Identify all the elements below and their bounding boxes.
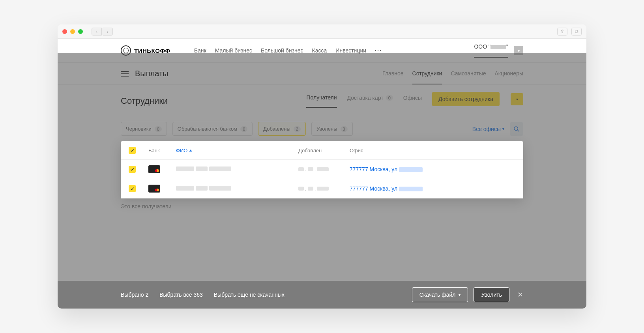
nav-buttons: ‹ ›: [92, 28, 113, 36]
table-row[interactable]: .. 777777 Москва, ул: [121, 179, 523, 198]
account-name-redacted: [490, 45, 506, 49]
tabs-icon[interactable]: ⧉: [571, 28, 582, 36]
browser-window: ‹ › ⇪ ⧉ ТИНЬКОФФ Банк Малый бизнес Больш…: [58, 24, 586, 309]
titlebar: ‹ › ⇪ ⧉: [58, 24, 586, 39]
date-redacted: ..: [298, 166, 346, 172]
account-suffix: ": [506, 43, 508, 50]
back-button[interactable]: ‹: [92, 28, 102, 36]
date-redacted: ..: [298, 186, 346, 192]
close-actionbar-icon[interactable]: ✕: [517, 290, 523, 299]
table-header: Банк ФИО Добавлен Офис: [121, 141, 523, 160]
account-prefix: ООО ": [474, 43, 490, 50]
office-redacted: [399, 167, 423, 172]
select-not-downloaded-link[interactable]: Выбрать еще не скачанных: [214, 292, 285, 298]
chevron-down-icon: ▾: [459, 293, 461, 297]
download-file-button[interactable]: Скачать файл ▾: [412, 287, 468, 302]
close-window-icon[interactable]: [62, 29, 67, 34]
bank-card-icon: [148, 185, 160, 193]
office-redacted: [399, 187, 423, 191]
selection-actionbar: Выбрано 2 Выбрать все 363 Выбрать еще не…: [58, 281, 586, 309]
selected-count: Выбрано 2: [121, 292, 148, 298]
check-icon: [130, 186, 135, 191]
sort-asc-icon: [189, 150, 192, 152]
forward-button[interactable]: ›: [103, 28, 113, 36]
office-link[interactable]: 777777 Москва, ул: [350, 185, 515, 192]
minimize-window-icon[interactable]: [70, 29, 75, 34]
th-fio[interactable]: ФИО: [176, 148, 294, 153]
app-content: ТИНЬКОФФ Банк Малый бизнес Большой бизне…: [58, 39, 586, 309]
share-icon[interactable]: ⇪: [557, 28, 567, 36]
table-row[interactable]: .. 777777 Москва, ул: [121, 160, 523, 179]
bank-card-icon: [148, 165, 160, 173]
traffic-lights: [62, 29, 83, 34]
select-all-link[interactable]: Выбрать все 363: [159, 292, 203, 298]
th-office: Офис: [350, 148, 515, 153]
employees-table: Банк ФИО Добавлен Офис: [121, 141, 523, 198]
check-icon: [130, 148, 135, 153]
select-all-checkbox[interactable]: [129, 147, 136, 154]
check-icon: [130, 167, 135, 172]
fire-button[interactable]: Уволить: [474, 287, 509, 302]
office-link[interactable]: 777777 Москва, ул: [350, 166, 515, 172]
fio-redacted: [176, 185, 294, 192]
row-checkbox[interactable]: [129, 166, 136, 173]
fio-redacted: [176, 166, 294, 172]
th-added: Добавлен: [298, 148, 346, 153]
th-bank: Банк: [148, 148, 172, 153]
row-checkbox[interactable]: [129, 185, 136, 192]
maximize-window-icon[interactable]: [78, 29, 83, 34]
employees-table-wrap: Банк ФИО Добавлен Офис: [105, 141, 539, 198]
